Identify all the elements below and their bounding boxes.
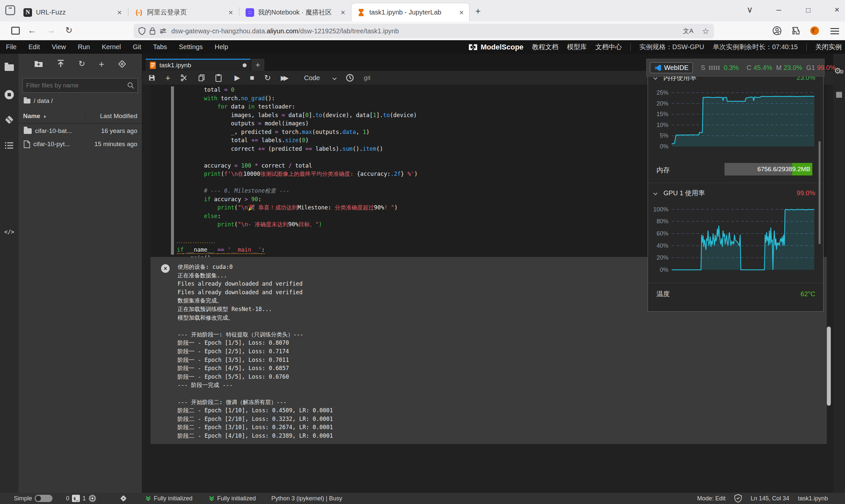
breadcrumb[interactable]: / data / (23, 97, 53, 105)
column-name[interactable]: Name ▲ (18, 112, 85, 120)
git-extension-status-2[interactable]: Fully initialized (217, 495, 256, 502)
table-of-contents-icon[interactable] (0, 142, 18, 149)
cell-collapser-handle[interactable] (171, 86, 174, 255)
chevron-down-icon[interactable] (653, 191, 657, 195)
clear-output-icon[interactable]: × (161, 264, 170, 273)
tab-list-chevron-icon[interactable]: ∨ (746, 5, 753, 15)
restart-run-all-icon[interactable]: ▶▶ (281, 74, 286, 82)
reload-icon[interactable]: ↻ (65, 25, 73, 36)
notebook-scrollbar-thumb[interactable] (827, 326, 831, 406)
bookmark-star-icon[interactable]: ☆ (702, 26, 709, 36)
webide-button[interactable]: WebIDE (650, 62, 693, 73)
save-icon[interactable] (148, 74, 156, 82)
link-model-hub[interactable]: 模型库 (567, 42, 587, 52)
svg-text:100%: 100% (653, 206, 668, 213)
cursor-position[interactable]: Ln 145, Col 34 (751, 495, 789, 502)
code-line: total += labels.size(0) (177, 136, 418, 145)
filter-files-input[interactable] (26, 82, 127, 89)
lock-icon[interactable] (149, 27, 156, 35)
new-tab-button[interactable]: + (475, 6, 480, 17)
menu-kernel[interactable]: Kernel (96, 43, 127, 51)
browser-tab-title: task1.ipynb - JupyterLab (369, 8, 455, 16)
browser-tab-modelscope[interactable]: ∷ 我的Notebook · 魔搭社区 × (240, 3, 351, 21)
back-icon[interactable]: ← (28, 25, 36, 36)
new-folder-icon[interactable] (34, 60, 43, 69)
menu-help[interactable]: Help (209, 43, 234, 51)
monitor-scrollbar-thumb[interactable] (818, 141, 821, 244)
git-clone-icon[interactable] (118, 60, 126, 69)
shield-icon[interactable] (138, 27, 145, 35)
file-row[interactable]: cifar-10-bat...16 years ago (18, 124, 142, 138)
link-tutorial-docs[interactable]: 教程文档 (532, 42, 559, 52)
insert-cell-plus-icon[interactable]: + (165, 73, 170, 83)
kernel-status[interactable]: Python 3 (ipykernel) | Busy (271, 495, 342, 502)
temperature-label: 温度 (656, 290, 670, 299)
sidebar-toggle-icon[interactable] (11, 27, 20, 35)
new-document-tab-button[interactable]: + (251, 59, 264, 71)
url-text[interactable]: dsw-gateway-cn-hangzhou.data.aliyun.com/… (171, 28, 399, 35)
browser-tab-title: URL-Fuzz (36, 8, 113, 16)
running-kernels-icon[interactable] (0, 90, 18, 99)
run-cell-icon[interactable]: ▶ (234, 74, 240, 82)
menu-git[interactable]: Git (127, 43, 147, 51)
translate-icon[interactable]: 文A (683, 27, 693, 35)
menu-view[interactable]: View (46, 43, 72, 51)
window-minimize-icon[interactable]: – (776, 5, 781, 15)
new-launcher-plus-icon[interactable]: + (99, 60, 104, 69)
permissions-icon[interactable] (159, 28, 167, 35)
tab-sidebar-toggle-icon[interactable] (5, 5, 15, 15)
restart-kernel-icon[interactable]: ↻ (264, 73, 271, 83)
menu-settings[interactable]: Settings (173, 43, 209, 51)
extension-manager-code-icon[interactable]: </> (0, 229, 18, 235)
code-editor-content[interactable]: total = 0 with torch.no_grad(): for data… (177, 86, 418, 263)
menu-run[interactable]: Run (72, 43, 96, 51)
shield-check-icon[interactable] (734, 494, 742, 503)
git-extension-status[interactable]: Fully initialized (154, 495, 192, 502)
link-doc-center[interactable]: 文档中心 (596, 42, 622, 52)
cell-type-dropdown[interactable]: Code (304, 74, 320, 82)
gpu-usage-header[interactable]: GPU 1 使用率 99.0% (648, 189, 823, 198)
terminal-icon[interactable]: $_ (72, 495, 80, 502)
history-clock-icon[interactable] (346, 74, 354, 82)
menu-hamburger-icon[interactable] (830, 28, 839, 34)
simple-mode-toggle[interactable] (35, 495, 52, 502)
resource-grid-icon[interactable]: ▦ (833, 90, 845, 98)
forward-icon[interactable]: → (47, 25, 55, 36)
kernel-chip-icon[interactable] (88, 494, 96, 502)
close-icon[interactable]: × (117, 8, 122, 17)
browser-tab-aliyun[interactable]: (-) 阿里云登录页 × (129, 3, 238, 21)
cut-cells-scissors-icon[interactable] (180, 74, 188, 82)
browser-tab-jupyterlab-active[interactable]: task1.ipynb - JupyterLab × (352, 3, 469, 21)
notebook-document-tab[interactable]: task1.ipynb (145, 59, 250, 71)
chevron-down-icon[interactable] (333, 76, 336, 79)
close-instance-button[interactable]: 关闭实例 (815, 42, 842, 52)
account-icon[interactable] (772, 26, 781, 35)
refresh-icon[interactable]: ↻ (78, 60, 85, 69)
column-last-modified[interactable]: Last Modified (85, 109, 142, 123)
file-browser-icon[interactable] (0, 64, 18, 71)
extensions-puzzle-icon[interactable] (792, 26, 801, 35)
code-line (177, 153, 418, 162)
menu-edit[interactable]: Edit (22, 43, 46, 51)
copy-cells-icon[interactable] (198, 74, 205, 82)
breadcrumb-path[interactable]: / data / (34, 97, 53, 105)
code-line: if __name__ == '__main__': (177, 246, 418, 254)
browser-tab-url-fuzz[interactable]: N URL-Fuzz × (18, 3, 127, 21)
unsaved-dot-icon[interactable] (243, 63, 247, 67)
url-bar[interactable]: dsw-gateway-cn-hangzhou.data.aliyun.com/… (134, 24, 714, 38)
window-close-icon[interactable]: × (834, 5, 839, 15)
close-icon[interactable]: × (341, 8, 345, 17)
file-row[interactable]: cifar-10-pyt...15 minutes ago (18, 138, 142, 151)
close-icon[interactable]: × (228, 8, 233, 17)
menu-file[interactable]: File (0, 43, 22, 51)
upload-icon[interactable] (57, 60, 65, 69)
editor-mode[interactable]: Mode: Edit (697, 495, 725, 502)
close-icon[interactable]: × (459, 8, 464, 17)
menu-tabs[interactable]: Tabs (147, 43, 173, 51)
paste-cells-clipboard-icon[interactable] (215, 74, 222, 82)
mem-label: M (776, 64, 781, 72)
window-maximize-icon[interactable]: □ (806, 6, 810, 15)
interrupt-kernel-stop-icon[interactable]: ■ (250, 74, 254, 82)
git-diamond-icon[interactable] (120, 494, 127, 502)
git-icon[interactable] (0, 115, 18, 124)
